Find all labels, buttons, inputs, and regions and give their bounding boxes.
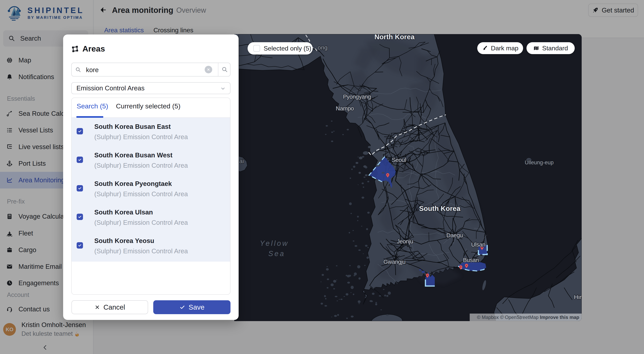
- svg-text:Ulsan: Ulsan: [471, 241, 486, 248]
- svg-text:North Korea: North Korea: [374, 34, 415, 41]
- svg-text:Jeonju: Jeonju: [397, 238, 413, 245]
- svg-text:Ulleung-eup: Ulleung-eup: [525, 160, 554, 166]
- svg-text:Gwangju: Gwangju: [384, 259, 406, 265]
- svg-text:Hiros: Hiros: [574, 294, 582, 300]
- svg-text:Yellow: Yellow: [260, 239, 289, 247]
- svg-text:Busan: Busan: [463, 257, 479, 263]
- svg-text:Daegu: Daegu: [446, 232, 463, 238]
- svg-text:Nampo: Nampo: [336, 105, 354, 112]
- svg-text:South Korea: South Korea: [419, 204, 460, 212]
- svg-text:Pyongyang: Pyongyang: [343, 94, 371, 100]
- svg-text:ai: ai: [239, 158, 244, 164]
- svg-text:ong: ong: [318, 44, 328, 51]
- svg-text:Sea: Sea: [268, 250, 285, 258]
- svg-text:Seoul: Seoul: [392, 157, 406, 163]
